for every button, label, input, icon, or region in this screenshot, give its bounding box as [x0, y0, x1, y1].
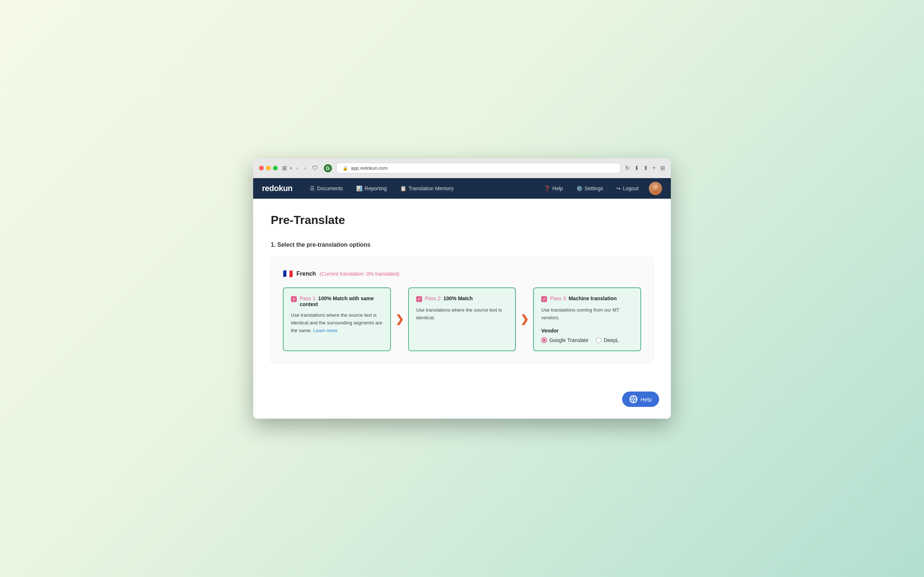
google-translate-label: Google Translate — [549, 337, 588, 343]
help-icon: ❓ — [544, 185, 550, 191]
browser-controls: ⊞ ▾ ‹ › — [282, 164, 308, 172]
vendor-section: Vendor Google Translate DeepL — [541, 328, 633, 343]
pass-3-title: Pass 3: Machine translation — [550, 295, 617, 301]
nav-items: ☰ Documents 📊 Reporting 📋 Translation Me… — [304, 182, 538, 194]
pass-2-header: Pass 2: 100% Match — [416, 295, 508, 302]
translation-memory-icon: 📋 — [400, 185, 406, 191]
pass-3-description: Use translations coming from our MT vend… — [541, 306, 633, 322]
back-button[interactable]: ‹ — [295, 164, 300, 172]
google-translate-option[interactable]: Google Translate — [541, 337, 588, 343]
chevron-right-icon-1: ❯ — [395, 313, 404, 325]
svg-point-1 — [651, 191, 660, 195]
vendor-options: Google Translate DeepL — [541, 337, 633, 343]
reporting-icon: 📊 — [356, 185, 362, 191]
sidebar-toggle-icon[interactable]: ⊞ — [282, 164, 287, 172]
pass-3-checkbox[interactable] — [541, 296, 547, 302]
minimize-button[interactable] — [266, 166, 271, 171]
google-translate-radio[interactable] — [541, 337, 547, 343]
documents-icon: ☰ — [310, 185, 315, 191]
pass-3-card: Pass 3: Machine translation Use translat… — [533, 287, 641, 351]
address-bar[interactable]: 🔒 app.redokun.com — [336, 163, 621, 173]
page-title: Pre-Translate — [271, 213, 653, 227]
pass-1-card: Pass 1: 100% Match with same context Use… — [283, 287, 391, 351]
pass-1-header: Pass 1: 100% Match with same context — [291, 295, 383, 307]
arrow-1: ❯ — [391, 287, 408, 351]
reload-icon[interactable]: ↻ — [625, 164, 630, 172]
pass-2-checkbox[interactable] — [416, 296, 422, 302]
section-heading: 1. Select the pre-translation options — [271, 242, 653, 248]
nav-label-translation-memory: Translation Memory — [408, 185, 453, 191]
nav-label-reporting: Reporting — [365, 185, 387, 191]
section-card: 🇫🇷 French (Current translation: 0% trans… — [271, 257, 653, 363]
help-button-label: Help — [640, 396, 652, 403]
pass-3-header: Pass 3: Machine translation — [541, 295, 633, 302]
pass-3-label: Pass 3: — [550, 295, 567, 301]
maximize-button[interactable] — [273, 166, 278, 171]
url-text: app.redokun.com — [351, 165, 387, 171]
traffic-lights — [259, 166, 278, 171]
french-flag-icon: 🇫🇷 — [283, 269, 293, 279]
nav-item-translation-memory[interactable]: 📋 Translation Memory — [394, 182, 460, 194]
browser-chrome: ⊞ ▾ ‹ › 🛡 G 🔒 app.redokun.com ↻ ⬇ ⬆ + ⊞ — [253, 158, 671, 178]
pass-1-description: Use translations where the source text i… — [291, 312, 383, 334]
deepl-option[interactable]: DeepL — [596, 337, 619, 343]
pass-3-name: Machine translation — [569, 295, 617, 301]
pass-1-label: Pass 1: — [300, 295, 317, 301]
nav-item-reporting[interactable]: 📊 Reporting — [350, 182, 393, 194]
nav-item-help[interactable]: ❓ Help — [538, 182, 569, 194]
pass-2-label: Pass 2: — [425, 295, 442, 301]
deepl-label: DeepL — [604, 337, 619, 343]
share-icon[interactable]: ⬆ — [643, 164, 648, 172]
pass-2-name: 100% Match — [444, 295, 472, 301]
lock-icon: 🔒 — [342, 166, 348, 171]
pass-2-description: Use translations where the source text i… — [416, 306, 508, 322]
settings-icon: ⚙️ — [576, 185, 583, 191]
pass-1-title: Pass 1: 100% Match with same context — [300, 295, 383, 307]
avatar[interactable] — [649, 182, 662, 195]
svg-point-3 — [632, 398, 635, 400]
language-name: French — [296, 271, 316, 277]
pass-1-checkbox[interactable] — [291, 296, 297, 302]
language-status: (Current translation: 0% translated) — [320, 271, 399, 277]
grammarly-icon: G — [324, 164, 332, 172]
arrow-2: ❯ — [516, 287, 533, 351]
new-tab-icon[interactable]: + — [652, 164, 656, 172]
forward-button[interactable]: › — [303, 164, 307, 172]
browser-window: ⊞ ▾ ‹ › 🛡 G 🔒 app.redokun.com ↻ ⬇ ⬆ + ⊞ … — [253, 158, 671, 419]
language-header: 🇫🇷 French (Current translation: 0% trans… — [283, 269, 641, 279]
nav-label-logout: Logout — [623, 185, 639, 191]
svg-point-0 — [653, 184, 658, 190]
pass-2-card: Pass 2: 100% Match Use translations wher… — [408, 287, 516, 351]
nav-item-logout[interactable]: ↪ Logout — [611, 182, 644, 194]
chevron-right-icon-2: ❯ — [520, 313, 529, 325]
download-icon[interactable]: ⬇ — [634, 164, 639, 172]
grid-icon[interactable]: ⊞ — [660, 164, 665, 172]
pass-2-title: Pass 2: 100% Match — [425, 295, 473, 301]
browser-actions: ↻ ⬇ ⬆ + ⊞ — [625, 164, 665, 172]
logout-icon: ↪ — [616, 185, 621, 191]
nav-label-help: Help — [553, 185, 563, 191]
help-lifesaver-icon — [630, 395, 638, 403]
help-button[interactable]: Help — [622, 392, 659, 407]
learn-more-link[interactable]: Learn more — [313, 328, 337, 333]
close-button[interactable] — [259, 166, 264, 171]
deepl-radio[interactable] — [596, 337, 602, 343]
shield-icon: 🛡 — [312, 165, 318, 172]
nav-item-documents[interactable]: ☰ Documents — [304, 182, 349, 194]
passes-container: Pass 1: 100% Match with same context Use… — [283, 287, 641, 351]
vendor-label: Vendor — [541, 328, 633, 334]
nav-label-documents: Documents — [317, 185, 343, 191]
page-content: Pre-Translate 1. Select the pre-translat… — [253, 199, 671, 419]
nav-item-settings[interactable]: ⚙️ Settings — [570, 182, 609, 194]
nav-label-settings: Settings — [585, 185, 603, 191]
chevron-down-icon: ▾ — [290, 166, 292, 171]
avatar-image — [649, 182, 662, 195]
nav-right: ❓ Help ⚙️ Settings ↪ Logout — [538, 182, 662, 195]
nav-logo[interactable]: redokun — [262, 184, 292, 193]
nav-bar: redokun ☰ Documents 📊 Reporting 📋 Transl… — [253, 178, 671, 199]
